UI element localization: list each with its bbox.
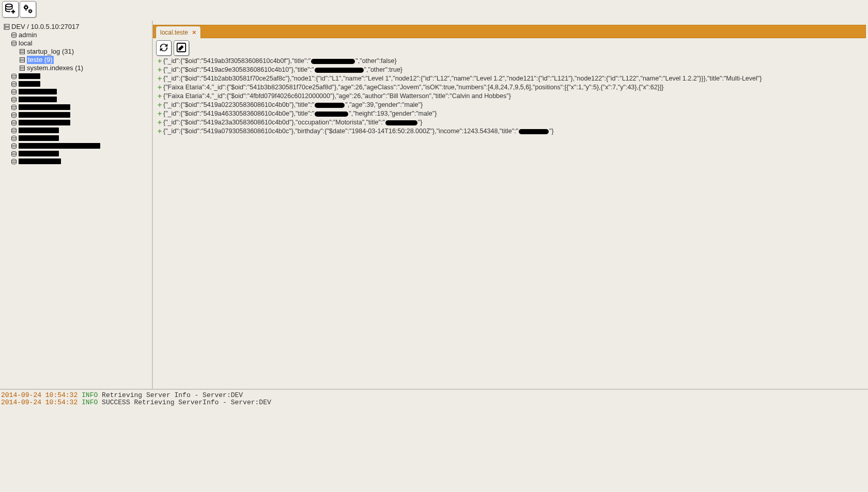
gears-icon [22, 3, 34, 16]
connection-tree: DEV / 10.0.5.10:27017 admin local startu… [1, 23, 151, 165]
refresh-button[interactable] [156, 40, 172, 56]
database-icon [10, 135, 18, 142]
svg-point-28 [12, 151, 17, 153]
main-split: DEV / 10.0.5.10:27017 admin local startu… [0, 21, 868, 389]
document-json: {"_id":{"$oid":"5419ab3f30583608610c4b0f… [163, 57, 311, 66]
tree-collection-startup-log[interactable]: startup_log (31) [1, 47, 151, 56]
redacted-value [311, 59, 355, 64]
document-json: {"_id":{"$oid":"5419ac9e30583608610c4b10… [163, 66, 314, 74]
tree-collection-label: teste (9) [27, 56, 54, 64]
redacted-label [19, 73, 40, 79]
redacted-value [519, 129, 549, 134]
document-json: "} [549, 127, 554, 136]
document-json: {"_id":{"$oid":"5419a23a30583608610c4b0d… [163, 118, 385, 127]
expand-icon[interactable]: + [156, 118, 163, 127]
collection-icon [19, 56, 26, 64]
app-toolbar [0, 0, 868, 21]
database-icon [10, 119, 18, 126]
tree-db-redacted[interactable] [1, 103, 151, 111]
new-connection-button[interactable] [2, 1, 19, 18]
document-json: {"Faixa Etaria":4,"_id":{"$oid":"4fbfd07… [163, 92, 511, 101]
log-line: 2014-09-24 10:54:32 INFO Retrieving Serv… [1, 392, 867, 399]
tree-db-admin[interactable]: admin [1, 31, 151, 39]
server-icon [3, 23, 10, 30]
redacted-label [19, 104, 70, 110]
document-row[interactable]: +{"_id":{"$oid":"5419ab3f30583608610c4b0… [156, 57, 866, 66]
svg-rect-9 [20, 50, 25, 54]
tree-db-redacted[interactable] [1, 119, 151, 126]
document-row[interactable]: +{"Faixa Etaria":4,"_id":{"$oid":"541b3b… [156, 83, 866, 92]
redacted-label [19, 112, 70, 118]
document-row[interactable]: +{"_id":{"$oid":"5419a02230583608610c4b0… [156, 101, 866, 109]
database-icon [10, 142, 18, 150]
document-row[interactable]: +{"_id":{"$oid":"541b2abb30581f70ce25af8… [156, 74, 866, 83]
tree-db-redacted[interactable] [1, 157, 151, 165]
redacted-label [19, 158, 61, 164]
collection-icon [19, 65, 26, 72]
tree-db-redacted[interactable] [1, 150, 151, 157]
log-message: SUCCESS Retrieving ServerInfo - Server:D… [102, 399, 271, 406]
tree-db-redacted[interactable] [1, 80, 151, 88]
tree-db-local[interactable]: local [1, 39, 151, 47]
document-row[interactable]: +{"Faixa Etaria":4,"_id":{"$oid":"4fbfd0… [156, 92, 866, 101]
svg-point-21 [12, 97, 17, 99]
expand-icon[interactable]: + [156, 74, 163, 83]
expand-icon[interactable]: + [156, 83, 163, 92]
svg-point-26 [12, 136, 17, 138]
tree-collection-teste[interactable]: teste (9) [1, 56, 151, 64]
redacted-value [315, 68, 364, 73]
edit-button[interactable] [174, 40, 189, 56]
svg-point-22 [12, 105, 17, 107]
document-row[interactable]: +{"_id":{"$oid":"5419a46330583608610c4b0… [156, 109, 866, 118]
document-row[interactable]: +{"_id":{"$oid":"5419a07930583608610c4b0… [156, 127, 866, 136]
tab-close-icon[interactable]: × [192, 28, 196, 36]
tree-collection-system-indexes[interactable]: system.indexes (1) [1, 64, 151, 72]
redacted-label [19, 81, 40, 87]
document-json: ","other":false} [355, 57, 396, 66]
tree-db-label: local [19, 39, 33, 47]
log-timestamp: 2014-09-24 10:54:32 [1, 391, 78, 399]
settings-button[interactable] [20, 1, 36, 18]
document-row[interactable]: +{"_id":{"$oid":"5419a23a30583608610c4b0… [156, 118, 866, 127]
svg-point-24 [12, 120, 17, 122]
svg-point-2 [29, 10, 31, 12]
redacted-value [315, 103, 345, 108]
tree-collection-label: system.indexes (1) [27, 64, 83, 72]
redacted-label [19, 128, 59, 133]
svg-point-27 [12, 144, 17, 146]
expand-icon[interactable]: + [156, 66, 163, 74]
sidebar: DEV / 10.0.5.10:27017 admin local startu… [0, 21, 153, 389]
document-json: {"_id":{"$oid":"5419a07930583608610c4b0c… [163, 127, 518, 136]
document-row[interactable]: +{"_id":{"$oid":"5419ac9e30583608610c4b1… [156, 66, 866, 74]
log-panel: 2014-09-24 10:54:32 INFO Retrieving Serv… [0, 389, 868, 492]
tree-db-redacted[interactable] [1, 72, 151, 80]
expand-icon[interactable]: + [156, 57, 163, 66]
svg-point-5 [5, 25, 6, 26]
redacted-label [19, 151, 59, 156]
tree-db-redacted[interactable] [1, 111, 151, 119]
svg-point-23 [12, 113, 17, 115]
svg-point-19 [12, 82, 17, 84]
tab-local-teste[interactable]: local.teste × [156, 26, 201, 38]
edit-icon [176, 42, 187, 55]
tab-bar: local.teste × [153, 25, 866, 38]
database-icon [10, 40, 18, 47]
tree-db-redacted[interactable] [1, 96, 151, 103]
expand-icon[interactable]: + [156, 92, 163, 101]
svg-point-25 [12, 128, 17, 130]
document-json: {"Faixa Etaria":4,"_id":{"$oid":"541b3b8… [163, 83, 663, 92]
document-toolbar [153, 38, 868, 57]
redacted-label [19, 97, 57, 102]
expand-icon[interactable]: + [156, 101, 163, 109]
tree-server-node[interactable]: DEV / 10.0.5.10:27017 [1, 23, 151, 31]
document-json: "} [418, 118, 423, 127]
redacted-label [19, 135, 59, 141]
svg-rect-15 [20, 66, 25, 71]
tree-db-redacted[interactable] [1, 134, 151, 142]
tree-db-redacted[interactable] [1, 126, 151, 134]
expand-icon[interactable]: + [156, 109, 163, 118]
database-icon [10, 112, 18, 119]
tree-db-redacted[interactable] [1, 142, 151, 150]
tree-db-redacted[interactable] [1, 88, 151, 96]
expand-icon[interactable]: + [156, 127, 163, 136]
